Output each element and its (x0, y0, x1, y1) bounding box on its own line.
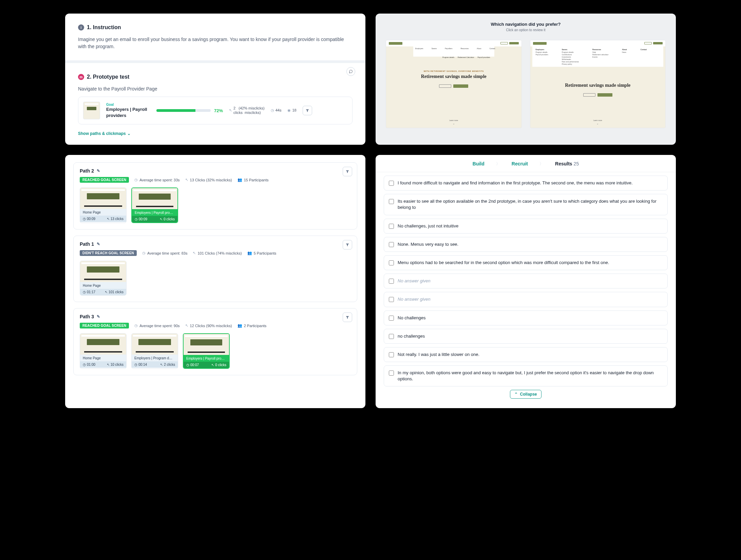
clicks-meta: ↖101 Clicks (74% misclicks) (193, 251, 242, 255)
participants-meta: 👥5 Participants (247, 251, 277, 255)
panel-results: Build 〉 Recruit 〉 Results25 I found more… (376, 155, 676, 408)
response-checkbox[interactable] (389, 371, 394, 376)
path-title: Path 3 ✎ (80, 314, 351, 319)
users-icon: 👥 (238, 178, 242, 182)
prototype-icon: m (78, 74, 84, 80)
tab-recruit[interactable]: Recruit (500, 159, 539, 168)
cursor-icon: ↖ (105, 290, 108, 294)
time-stat: ◷ 44s (271, 108, 282, 113)
cursor-icon: ↖ (185, 323, 188, 328)
tab-results[interactable]: Results25 (544, 159, 590, 168)
response-checkbox[interactable] (389, 181, 394, 186)
edit-icon[interactable]: ✎ (97, 314, 100, 319)
users-icon: 👥 (238, 323, 242, 328)
reached-badge: REACHED GOAL SCREEN (80, 177, 129, 183)
user-icon: ◉ (287, 108, 291, 113)
comment-icon[interactable] (346, 67, 355, 76)
clicks-stat: ↖ 2 (42% misclicks) clicks misclicks) (229, 106, 265, 115)
response-item: No answer given (384, 274, 668, 288)
chevron-up-icon: ⌃ (514, 392, 518, 397)
preference-option-b[interactable]: EmployersProgram detailsPayroll provider… (530, 40, 666, 128)
goal-summary-card: Goal Employers | Payroll providers 72% ↖… (78, 97, 353, 124)
clock-icon: ◷ (135, 217, 138, 221)
response-item: Not really. I was just a little slower o… (384, 347, 668, 362)
tab-build[interactable]: Build (461, 159, 496, 168)
panel-instruction-prototype: i 1. Instruction Imagine you get an emai… (65, 14, 365, 145)
preference-question: Which navigation did you prefer? (379, 22, 672, 27)
response-checkbox[interactable] (389, 199, 394, 204)
screen-thumbnail[interactable]: Employers | Payroll pro…◷00:07↖0 clicks (183, 333, 230, 369)
option-a-nav: EmployersSaversPayrollersResourcesAboutC… (413, 46, 494, 57)
filter-button[interactable] (343, 167, 352, 176)
response-checkbox[interactable] (389, 297, 394, 302)
response-item: Its easier to see all the option availab… (384, 194, 668, 215)
response-checkbox[interactable] (389, 334, 394, 339)
clock-icon: ◷ (271, 108, 274, 113)
show-paths-link[interactable]: Show paths & clickmaps ⌄ (78, 131, 131, 136)
edit-icon[interactable]: ✎ (97, 168, 100, 173)
preference-option-a[interactable]: EmployersSaversPayrollersResourcesAboutC… (386, 40, 522, 128)
progress-bar: 72% (156, 108, 223, 113)
instruction-body: Imagine you get an email to enroll your … (78, 36, 353, 50)
screen-thumbnail[interactable]: Home Page◷01:17↖101 clicks (80, 261, 127, 296)
participants-stat: ◉ 18 (287, 108, 296, 113)
participants-meta: 👥15 Participants (238, 178, 269, 182)
screen-thumbnail[interactable]: Home Page◷00:09↖13 clicks (80, 187, 127, 223)
clock-icon: ◷ (83, 363, 86, 366)
response-checkbox[interactable] (389, 316, 394, 321)
preference-hint: Click an option to review it (379, 28, 672, 32)
path-title: Path 2 ✎ (80, 168, 351, 174)
clock-icon: ◷ (83, 217, 86, 221)
goal-name: Employers | Payroll providers (106, 106, 150, 118)
screen-thumbnail[interactable]: Employers | Program d…◷00:14↖2 clicks (131, 333, 178, 369)
panel-preference: Which navigation did you prefer? Click a… (376, 14, 676, 145)
response-item: I found more difficult to navigate and f… (384, 176, 668, 191)
cursor-icon: ↖ (160, 363, 163, 366)
filter-button[interactable] (343, 313, 352, 322)
instruction-heading: i 1. Instruction (78, 24, 353, 31)
path-title: Path 1 ✎ (80, 241, 351, 247)
goal-label: Goal (106, 103, 150, 106)
results-tabs: Build 〉 Recruit 〉 Results25 (376, 155, 676, 172)
path-block: Path 2 ✎REACHED GOAL SCREEN◷Average time… (73, 162, 357, 229)
response-checkbox[interactable] (389, 279, 394, 284)
response-item: No challenges, just not intuitive (384, 219, 668, 234)
users-icon: 👥 (247, 251, 252, 255)
logo-icon (533, 42, 547, 45)
screen-thumbnail[interactable]: Employers | Payroll pro…◷00:09↖0 clicks (131, 187, 178, 223)
filter-button[interactable] (343, 240, 352, 249)
goal-thumbnail (83, 102, 100, 119)
avg-time: ◷Average time spent: 90s (134, 323, 179, 328)
collapse-button[interactable]: ⌃ Collapse (510, 390, 541, 399)
chevron-down-icon: ⌄ (127, 131, 131, 136)
prototype-task: Navigate to the Payroll Provider Page (78, 85, 353, 93)
cursor-icon: ↖ (211, 363, 214, 367)
cursor-icon: ↖ (193, 251, 196, 255)
clock-icon: ◷ (142, 251, 146, 255)
response-checkbox[interactable] (389, 242, 394, 247)
response-item: no challenges (384, 329, 668, 344)
logo-icon (389, 42, 402, 45)
response-item: None. Menus very easy to see. (384, 237, 668, 252)
clicks-meta: ↖13 Clicks (32% misclicks) (185, 178, 232, 182)
response-item: In my opinion, both options were good an… (384, 365, 668, 386)
filter-button[interactable] (303, 106, 312, 115)
clicks-meta: ↖12 Clicks (90% misclicks) (185, 323, 232, 328)
prototype-heading: m 2. Prototype test (78, 74, 353, 80)
avg-time: ◷Average time spent: 33s (134, 178, 179, 182)
response-checkbox[interactable] (389, 224, 394, 229)
screen-thumbnail[interactable]: Home Page◷01:00↖10 clicks (80, 333, 127, 369)
response-checkbox[interactable] (389, 260, 394, 265)
participants-meta: 👥2 Participants (238, 323, 267, 328)
clock-icon: ◷ (134, 323, 138, 328)
response-item: No challenges (384, 311, 668, 325)
response-checkbox[interactable] (389, 352, 394, 357)
panel-paths: Path 2 ✎REACHED GOAL SCREEN◷Average time… (65, 155, 365, 408)
info-icon: i (78, 24, 84, 31)
response-item: Menu options had to be searched for in t… (384, 255, 668, 270)
edit-icon[interactable]: ✎ (97, 242, 100, 246)
option-b-nav: EmployersProgram detailsPayroll provider… (532, 46, 664, 67)
avg-time: ◷Average time spent: 83s (142, 251, 187, 255)
response-item: No answer given (384, 292, 668, 307)
reached-badge: DIDN'T REACH GOAL SCREEN (80, 250, 137, 256)
